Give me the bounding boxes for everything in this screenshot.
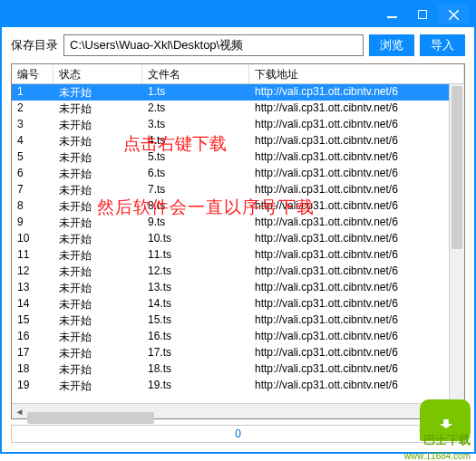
- maximize-button[interactable]: [407, 5, 438, 24]
- cell-status: 未开始: [53, 296, 142, 312]
- horizontal-scrollbar[interactable]: ◄ ►: [12, 403, 464, 418]
- cell-url: http://vali.cp31.ott.cibntv.net/6: [249, 312, 464, 329]
- cell-url: http://vali.cp31.ott.cibntv.net/6: [249, 215, 464, 231]
- cell-status: 未开始: [53, 101, 142, 117]
- table-row[interactable]: 1未开始1.tshttp://vali.cp31.ott.cibntv.net/…: [12, 84, 464, 101]
- cell-url: http://vali.cp31.ott.cibntv.net/6: [249, 166, 464, 182]
- cell-file: 8.ts: [142, 198, 249, 215]
- cell-url: http://vali.cp31.ott.cibntv.net/6: [249, 84, 464, 101]
- browse-button[interactable]: 浏览: [369, 34, 414, 56]
- cell-url: http://vali.cp31.ott.cibntv.net/6: [249, 296, 464, 312]
- list-header: 编号 状态 文件名 下载地址: [12, 64, 464, 84]
- close-button[interactable]: [438, 5, 469, 24]
- table-row[interactable]: 7未开始7.tshttp://vali.cp31.ott.cibntv.net/…: [12, 182, 464, 198]
- minimize-button[interactable]: [376, 5, 407, 24]
- cell-url: http://vali.cp31.ott.cibntv.net/6: [249, 264, 464, 280]
- table-row[interactable]: 14未开始14.tshttp://vali.cp31.ott.cibntv.ne…: [12, 296, 464, 312]
- cell-num: 14: [12, 296, 53, 312]
- cell-url: http://vali.cp31.ott.cibntv.net/6: [249, 182, 464, 198]
- cell-status: 未开始: [53, 378, 142, 394]
- cell-file: 15.ts: [142, 312, 249, 329]
- cell-file: 19.ts: [142, 378, 249, 394]
- cell-status: 未开始: [53, 231, 142, 247]
- cell-num: 18: [12, 361, 53, 378]
- cell-file: 7.ts: [142, 182, 249, 198]
- cell-file: 5.ts: [142, 149, 249, 166]
- cell-status: 未开始: [53, 149, 142, 166]
- table-row[interactable]: 9未开始9.tshttp://vali.cp31.ott.cibntv.net/…: [12, 215, 464, 231]
- cell-status: 未开始: [53, 361, 142, 378]
- table-row[interactable]: 5未开始5.tshttp://vali.cp31.ott.cibntv.net/…: [12, 149, 464, 166]
- cell-url: http://vali.cp31.ott.cibntv.net/6: [249, 378, 464, 394]
- cell-url: http://vali.cp31.ott.cibntv.net/6: [249, 133, 464, 149]
- hscroll-right-arrow-icon[interactable]: ►: [449, 405, 464, 418]
- list-body[interactable]: 1未开始1.tshttp://vali.cp31.ott.cibntv.net/…: [12, 84, 464, 403]
- app-window: 保存目录 浏览 导入 编号 状态 文件名 下载地址 1未开始1.tshttp:/…: [0, 0, 476, 454]
- cell-num: 1: [12, 84, 53, 101]
- cell-file: 16.ts: [142, 329, 249, 345]
- table-row[interactable]: 17未开始17.tshttp://vali.cp31.ott.cibntv.ne…: [12, 345, 464, 361]
- cell-file: 10.ts: [142, 231, 249, 247]
- import-button[interactable]: 导入: [420, 34, 465, 56]
- cell-file: 14.ts: [142, 296, 249, 312]
- table-row[interactable]: 12未开始12.tshttp://vali.cp31.ott.cibntv.ne…: [12, 264, 464, 280]
- maximize-icon: [418, 10, 427, 19]
- cell-status: 未开始: [53, 215, 142, 231]
- cell-num: 6: [12, 166, 53, 182]
- cell-num: 10: [12, 231, 53, 247]
- vertical-scrollbar[interactable]: [449, 84, 464, 403]
- cell-status: 未开始: [53, 329, 142, 345]
- table-row[interactable]: 10未开始10.tshttp://vali.cp31.ott.cibntv.ne…: [12, 231, 464, 247]
- table-row[interactable]: 8未开始8.tshttp://vali.cp31.ott.cibntv.net/…: [12, 198, 464, 215]
- vertical-scroll-thumb[interactable]: [452, 86, 462, 249]
- cell-file: 3.ts: [142, 117, 249, 133]
- cell-file: 17.ts: [142, 345, 249, 361]
- table-row[interactable]: 18未开始18.tshttp://vali.cp31.ott.cibntv.ne…: [12, 361, 464, 378]
- table-row[interactable]: 16未开始16.tshttp://vali.cp31.ott.cibntv.ne…: [12, 329, 464, 345]
- cell-file: 6.ts: [142, 166, 249, 182]
- table-row[interactable]: 15未开始15.tshttp://vali.cp31.ott.cibntv.ne…: [12, 312, 464, 329]
- cell-file: 9.ts: [142, 215, 249, 231]
- hscroll-thumb[interactable]: [27, 412, 154, 424]
- cell-url: http://vali.cp31.ott.cibntv.net/6: [249, 117, 464, 133]
- cell-num: 11: [12, 247, 53, 264]
- col-header-status[interactable]: 状态: [53, 64, 142, 83]
- cell-num: 16: [12, 329, 53, 345]
- cell-status: 未开始: [53, 198, 142, 215]
- table-row[interactable]: 11未开始11.tshttp://vali.cp31.ott.cibntv.ne…: [12, 247, 464, 264]
- cell-url: http://vali.cp31.ott.cibntv.net/6: [249, 198, 464, 215]
- cell-file: 13.ts: [142, 280, 249, 296]
- col-header-url[interactable]: 下载地址: [249, 64, 464, 83]
- cell-status: 未开始: [53, 133, 142, 149]
- hscroll-left-arrow-icon[interactable]: ◄: [12, 405, 27, 418]
- table-row[interactable]: 13未开始13.tshttp://vali.cp31.ott.cibntv.ne…: [12, 280, 464, 296]
- cell-file: 18.ts: [142, 361, 249, 378]
- cell-num: 19: [12, 378, 53, 394]
- minimize-icon: [387, 16, 397, 18]
- titlebar[interactable]: [2, 2, 474, 27]
- cell-status: 未开始: [53, 182, 142, 198]
- col-header-file[interactable]: 文件名: [142, 64, 249, 83]
- cell-num: 15: [12, 312, 53, 329]
- cell-num: 9: [12, 215, 53, 231]
- download-list: 编号 状态 文件名 下载地址 1未开始1.tshttp://vali.cp31.…: [11, 63, 465, 419]
- save-dir-input[interactable]: [63, 34, 364, 56]
- table-row[interactable]: 2未开始2.tshttp://vali.cp31.ott.cibntv.net/…: [12, 101, 464, 117]
- cell-file: 12.ts: [142, 264, 249, 280]
- cell-status: 未开始: [53, 117, 142, 133]
- cell-url: http://vali.cp31.ott.cibntv.net/6: [249, 149, 464, 166]
- cell-url: http://vali.cp31.ott.cibntv.net/6: [249, 231, 464, 247]
- cell-status: 未开始: [53, 280, 142, 296]
- cell-num: 8: [12, 198, 53, 215]
- col-header-num[interactable]: 编号: [12, 64, 53, 83]
- table-row[interactable]: 4未开始4.tshttp://vali.cp31.ott.cibntv.net/…: [12, 133, 464, 149]
- cell-file: 1.ts: [142, 84, 249, 101]
- table-row[interactable]: 19未开始19.tshttp://vali.cp31.ott.cibntv.ne…: [12, 378, 464, 394]
- cell-num: 2: [12, 101, 53, 117]
- table-row[interactable]: 6未开始6.tshttp://vali.cp31.ott.cibntv.net/…: [12, 166, 464, 182]
- cell-num: 13: [12, 280, 53, 296]
- table-row[interactable]: 3未开始3.tshttp://vali.cp31.ott.cibntv.net/…: [12, 117, 464, 133]
- close-icon: [449, 10, 459, 20]
- cell-file: 11.ts: [142, 247, 249, 264]
- cell-status: 未开始: [53, 345, 142, 361]
